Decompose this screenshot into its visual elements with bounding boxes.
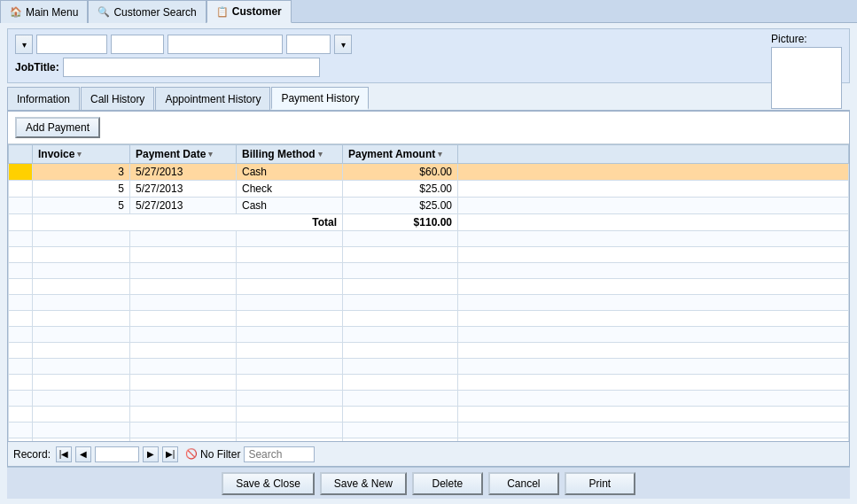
cell-paydate: 5/27/2013	[130, 181, 237, 198]
cell-amount: $60.00	[343, 164, 458, 181]
tab-appointment-history-label: Appointment History	[165, 93, 261, 105]
add-payment-button[interactable]: Add Payment	[15, 117, 100, 138]
payment-grid[interactable]: Invoice ▾ Payment Date ▾	[8, 144, 849, 441]
delete-button[interactable]: Delete	[412, 472, 483, 495]
amount-sort-icon: ▾	[438, 150, 442, 159]
table-empty-row	[9, 375, 849, 391]
col-header-paydate[interactable]: Payment Date ▾	[130, 145, 237, 164]
billing-sort-icon: ▾	[318, 150, 323, 159]
tab-information-label: Information	[17, 93, 70, 105]
total-indicator	[9, 214, 33, 231]
col-header-amount[interactable]: Payment Amount ▾	[343, 145, 458, 164]
nav-position-input[interactable]	[95, 446, 139, 462]
table-header-row: Invoice ▾ Payment Date ▾	[9, 145, 849, 164]
cell-invoice: 3	[33, 164, 130, 181]
tab-payment-history-label: Payment History	[281, 92, 359, 105]
cell-billing: Cash	[237, 164, 343, 181]
payment-table: Invoice ▾ Payment Date ▾	[8, 144, 849, 441]
filter-icon: 🚫	[185, 448, 198, 460]
nav-next-button[interactable]: ▶	[143, 446, 159, 462]
title-bar: 🏠 Main Menu 🔍 Customer Search 📋 Customer	[0, 0, 857, 23]
nav-filter: 🚫 No Filter	[185, 448, 240, 461]
col-header-selector	[9, 145, 33, 164]
jobtitle-label: JobTitle:	[15, 61, 59, 74]
row-indicator-cell	[9, 198, 33, 214]
paydate-sort-icon: ▾	[208, 150, 213, 159]
table-empty-row	[9, 407, 849, 423]
cell-extra	[458, 181, 849, 198]
picture-frame	[771, 47, 842, 109]
table-empty-row	[9, 359, 849, 375]
col-header-billing[interactable]: Billing Method ▾	[237, 145, 343, 164]
nav-last-button[interactable]: ▶|	[162, 446, 178, 462]
tab-call-history-label: Call History	[90, 93, 144, 105]
tab-customer-search[interactable]: 🔍 Customer Search	[88, 0, 206, 23]
cell-billing: Cash	[237, 198, 343, 214]
customer-search-icon: 🔍	[97, 6, 110, 18]
table-row[interactable]: 5 5/27/2013 Check $25.00	[9, 181, 849, 198]
customer-icon: 📋	[216, 6, 229, 18]
tab-main-menu[interactable]: 🏠 Main Menu	[0, 0, 88, 23]
suffix-input[interactable]	[286, 35, 331, 54]
inner-tabs: Information Call History Appointment His…	[7, 87, 850, 112]
table-empty-row	[9, 295, 849, 311]
tab-customer[interactable]: 📋 Customer	[206, 0, 292, 23]
cell-amount: $25.00	[343, 181, 458, 198]
name-row: ▾ Test Customer ▾	[15, 35, 842, 54]
nav-bar: Record: |◀ ◀ ▶ ▶| 🚫 No Filter	[8, 441, 849, 466]
suffix-dropdown[interactable]: ▾	[334, 35, 352, 54]
cell-invoice: 5	[33, 181, 130, 198]
jobtitle-input[interactable]	[63, 58, 320, 77]
middle-name-input[interactable]	[111, 35, 164, 54]
payment-history-panel: Add Payment Invoice ▾	[7, 112, 850, 467]
nav-prev-button[interactable]: ◀	[75, 446, 91, 462]
row-indicator-cell	[9, 181, 33, 198]
table-empty-row	[9, 247, 849, 263]
table-empty-row	[9, 423, 849, 438]
tab-customer-label: Customer	[232, 5, 282, 18]
tab-customer-search-label: Customer Search	[113, 6, 196, 19]
total-label: Total	[33, 214, 343, 231]
cell-paydate: 5/27/2013	[130, 198, 237, 214]
last-name-input[interactable]: Customer	[168, 35, 283, 54]
main-content: ▾ Test Customer ▾ JobTitle: Picture: Inf…	[0, 23, 857, 504]
record-label: Record:	[13, 448, 51, 461]
salutation-dropdown[interactable]: ▾	[15, 35, 33, 54]
invoice-sort-icon: ▾	[77, 150, 82, 159]
total-extra	[458, 214, 849, 231]
table-row[interactable]: 5 5/27/2013 Cash $25.00	[9, 198, 849, 214]
row-indicator-cell	[9, 164, 33, 181]
cancel-button[interactable]: Cancel	[488, 472, 559, 495]
tab-main-menu-label: Main Menu	[26, 6, 78, 19]
tab-call-history[interactable]: Call History	[81, 87, 154, 110]
first-name-input[interactable]: Test	[36, 35, 107, 54]
main-menu-icon: 🏠	[10, 6, 22, 18]
save-new-button[interactable]: Save & New	[320, 472, 407, 495]
panel-toolbar: Add Payment	[8, 112, 849, 144]
cell-invoice: 5	[33, 198, 130, 214]
tab-information[interactable]: Information	[7, 87, 80, 110]
cell-amount: $25.00	[343, 198, 458, 214]
tab-payment-history[interactable]: Payment History	[271, 87, 369, 110]
tab-appointment-history[interactable]: Appointment History	[155, 87, 270, 110]
save-close-button[interactable]: Save & Close	[222, 472, 315, 495]
table-empty-row	[9, 343, 849, 359]
no-filter-label: No Filter	[200, 448, 240, 461]
cell-billing: Check	[237, 181, 343, 198]
col-header-extra	[458, 145, 849, 164]
table-empty-row	[9, 263, 849, 279]
table-empty-row	[9, 311, 849, 327]
picture-box: Picture:	[771, 33, 842, 109]
table-empty-row	[9, 231, 849, 247]
nav-search-input[interactable]	[244, 446, 315, 462]
bottom-bar: Save & Close Save & New Delete Cancel Pr…	[7, 467, 850, 499]
table-empty-row	[9, 279, 849, 295]
table-empty-row	[9, 391, 849, 407]
col-header-invoice[interactable]: Invoice ▾	[33, 145, 130, 164]
table-row[interactable]: 3 5/27/2013 Cash $60.00	[9, 164, 849, 181]
table-total-row: Total $110.00	[9, 214, 849, 231]
print-button[interactable]: Print	[565, 472, 635, 495]
jobtitle-row: JobTitle:	[15, 58, 842, 77]
nav-first-button[interactable]: |◀	[56, 446, 72, 462]
cell-extra	[458, 164, 849, 181]
